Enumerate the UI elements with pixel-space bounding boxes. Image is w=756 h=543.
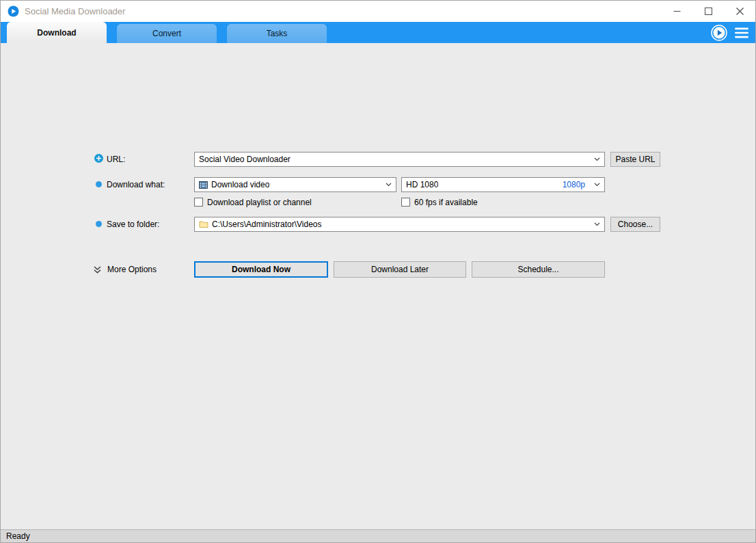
status-text: Ready [6,531,30,541]
paste-url-button[interactable]: Paste URL [610,152,660,167]
minimize-button[interactable] [661,1,692,22]
url-combobox[interactable]: Social Video Downloader [194,152,605,167]
close-icon [736,8,744,15]
minimize-icon [673,8,681,15]
fps-checkbox-label: 60 fps if available [414,198,478,207]
checkbox-box[interactable] [401,198,410,207]
more-options-label: More Options [107,265,157,274]
tabbar: Download Convert Tasks [1,22,755,43]
url-value: Social Video Downloader [199,155,291,164]
more-options-toggle[interactable]: More Options [93,261,157,278]
download-what-value: Download video [211,180,269,189]
main-content: URL: Social Video Downloader Paste URL D… [1,43,755,529]
play-circle-icon [711,25,727,41]
tab-tasks-label: Tasks [267,29,288,38]
download-what-combobox[interactable]: Download video [194,177,396,192]
double-chevron-down-icon [93,265,102,274]
fps-checkbox[interactable]: 60 fps if available [401,197,478,207]
schedule-button[interactable]: Schedule... [472,261,605,278]
bullet-icon [96,181,102,187]
tabbar-icons [711,22,748,43]
tab-convert-label: Convert [152,29,181,38]
hamburger-icon [735,27,748,38]
save-folder-combobox[interactable]: C:\Users\Administrator\Videos [194,217,605,232]
folder-icon [199,220,208,228]
add-url-icon [94,154,103,163]
save-folder-value: C:\Users\Administrator\Videos [212,220,322,229]
close-button[interactable] [724,1,755,22]
app-window: Social Media Downloader Download Convert… [0,0,756,543]
playlist-checkbox-label: Download playlist or channel [207,198,312,207]
chevron-down-icon[interactable] [590,157,600,161]
download-later-button[interactable]: Download Later [334,261,466,278]
chevron-down-icon[interactable] [590,222,600,226]
download-now-button[interactable]: Download Now [194,261,328,278]
statusbar: Ready [1,529,755,542]
window-controls [661,1,755,22]
chevron-down-icon[interactable] [381,183,392,187]
app-logo-icon [8,5,19,17]
quality-value: HD 1080 [406,180,438,189]
quality-combobox[interactable]: HD 1080 1080p [401,177,605,192]
url-label: URL: [107,152,125,167]
bullet-icon [96,221,102,227]
checkbox-box[interactable] [194,198,203,207]
playlist-checkbox[interactable]: Download playlist or channel [194,197,312,207]
film-strip-icon [199,181,208,189]
tab-download[interactable]: Download [7,22,107,43]
tab-convert[interactable]: Convert [117,24,217,43]
maximize-button[interactable] [692,1,724,22]
chevron-down-icon[interactable] [590,183,600,187]
quality-badge: 1080p [563,180,585,189]
menu-button[interactable] [735,27,748,38]
titlebar: Social Media Downloader [1,1,755,22]
tab-tasks[interactable]: Tasks [227,24,327,43]
maximize-icon [705,8,712,15]
player-button[interactable] [711,25,727,41]
window-title: Social Media Downloader [25,6,125,16]
download-what-label: Download what: [107,177,165,192]
save-folder-label: Save to folder: [107,217,159,232]
choose-folder-button[interactable]: Choose... [610,217,660,232]
tab-download-label: Download [37,28,76,38]
